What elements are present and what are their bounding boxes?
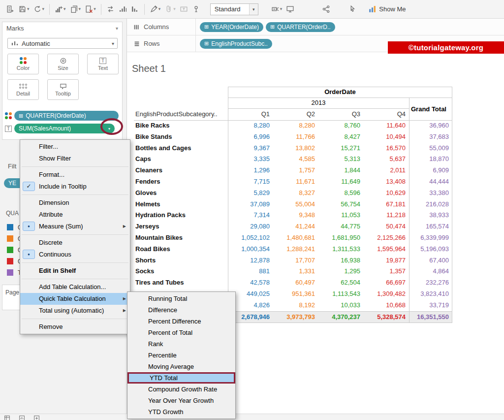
row-label[interactable]: Jerseys <box>134 221 228 232</box>
cell-value[interactable]: 19,877 <box>364 255 409 266</box>
share-button[interactable] <box>320 3 332 16</box>
menu-item[interactable]: Dimension <box>20 197 130 209</box>
quarter-header[interactable]: Q3 <box>318 108 364 120</box>
menu-item[interactable]: ●Continuous <box>20 249 130 260</box>
row-total-value[interactable]: 4,864 <box>409 266 452 277</box>
row-label[interactable]: Mountain Bikes <box>134 232 228 244</box>
cell-value[interactable]: 44,775 <box>318 221 364 232</box>
cell-value[interactable]: 12,878 <box>228 255 273 266</box>
row-total-value[interactable]: 165,574 <box>409 221 452 232</box>
worksheet-tab-icon[interactable] <box>19 415 25 420</box>
cell-value[interactable]: 11,766 <box>273 131 318 143</box>
row-total-value[interactable]: 216,028 <box>409 199 452 210</box>
row-total-value[interactable]: 33,380 <box>409 188 452 199</box>
submenu-item[interactable]: Percent of Total <box>127 327 235 338</box>
submenu-item[interactable]: YTD Total <box>127 372 235 384</box>
menu-item[interactable]: Quick Table Calculation▶ <box>20 293 130 305</box>
menu-item[interactable]: Show Filter <box>20 153 130 164</box>
row-label[interactable]: Fenders <box>134 176 228 188</box>
menu-item[interactable]: ●Measure (Sum)▶ <box>20 221 130 232</box>
quarter-header[interactable]: Q2 <box>273 108 318 120</box>
text-encoding-button[interactable]: TText <box>87 54 119 74</box>
cell-value[interactable]: 5,829 <box>228 188 273 199</box>
chevron-down-icon[interactable]: ▾ <box>116 26 118 31</box>
quarter-header[interactable]: Q4 <box>364 108 409 120</box>
row-label[interactable]: Caps <box>134 154 228 165</box>
swap-rows-columns-button[interactable] <box>105 3 116 16</box>
cell-value[interactable]: 50,474 <box>364 221 409 232</box>
row-label[interactable]: Bike Racks <box>134 120 228 131</box>
menu-item[interactable]: Add Table Calculation... <box>20 281 130 293</box>
cell-value[interactable]: 8,327 <box>273 188 318 199</box>
sort-descending-button[interactable] <box>129 3 141 16</box>
cell-value[interactable]: 4,585 <box>273 154 318 165</box>
cell-value[interactable]: 10,629 <box>364 188 409 199</box>
cell-value[interactable]: 13,408 <box>364 176 409 188</box>
grand-total-value[interactable]: 16,351,550 <box>409 311 452 323</box>
cell-value[interactable]: 2,125,266 <box>364 232 409 244</box>
cell-value[interactable]: 9,348 <box>273 210 318 221</box>
cell-value[interactable]: 8,760 <box>318 120 364 131</box>
cell-value[interactable]: 42,578 <box>228 277 273 289</box>
clear-sheet-button[interactable]: ▾ <box>83 3 97 16</box>
cell-value[interactable]: 1,296 <box>228 165 273 176</box>
cell-value[interactable]: 1,595,964 <box>364 244 409 255</box>
cell-value[interactable]: 10,668 <box>364 300 409 311</box>
annotation-button[interactable]: ▾ <box>163 3 177 16</box>
cell-value[interactable]: 13,802 <box>273 143 318 154</box>
marks-pill[interactable]: ⊞QUARTER(OrderDate) <box>14 111 119 121</box>
cell-value[interactable]: 8,280 <box>228 120 273 131</box>
cell-value[interactable]: 8,280 <box>273 120 318 131</box>
cell-value[interactable]: 1,288,241 <box>273 244 318 255</box>
menu-item[interactable]: ✓Include in Tooltip <box>20 181 130 193</box>
cell-value[interactable]: 1,000,354 <box>228 244 273 255</box>
row-label[interactable]: Helmets <box>134 199 228 210</box>
cell-value[interactable]: 11,640 <box>364 120 409 131</box>
menu-item[interactable]: Discrete <box>20 237 130 249</box>
detail-encoding-button[interactable]: Detail <box>7 79 39 100</box>
cell-value[interactable]: 881 <box>228 266 273 277</box>
cell-value[interactable]: 55,004 <box>273 199 318 210</box>
row-total-value[interactable]: 18,870 <box>409 154 452 165</box>
grand-total-value[interactable]: 5,328,574 <box>364 311 409 323</box>
cell-value[interactable]: 15,271 <box>318 143 364 154</box>
menu-item[interactable]: Total using (Automatic)▶ <box>20 305 130 317</box>
cell-value[interactable]: 66,697 <box>364 277 409 289</box>
row-total-value[interactable]: 55,009 <box>409 143 452 154</box>
shelf-pill[interactable]: ⊞EnglishProductSubc.. <box>200 39 272 49</box>
row-total-value[interactable]: 6,909 <box>409 165 452 176</box>
cell-value[interactable]: 1,844 <box>318 165 364 176</box>
size-encoding-button[interactable]: Size <box>47 54 79 74</box>
submenu-item[interactable]: Compound Growth Rate <box>127 384 235 395</box>
cell-value[interactable]: 29,080 <box>228 221 273 232</box>
cell-value[interactable]: 56,754 <box>318 199 364 210</box>
cell-value[interactable]: 11,218 <box>364 210 409 221</box>
cell-value[interactable]: 1,757 <box>273 165 318 176</box>
cell-value[interactable]: 2,011 <box>364 165 409 176</box>
cell-value[interactable]: 6,996 <box>228 131 273 143</box>
cell-value[interactable]: 1,295 <box>318 266 364 277</box>
cell-value[interactable]: 1,309,482 <box>364 289 409 300</box>
cell-value[interactable]: 1,331 <box>273 266 318 277</box>
cell-value[interactable]: 1,357 <box>364 266 409 277</box>
cell-value[interactable]: 8,596 <box>318 188 364 199</box>
auto-updates-button[interactable]: ▾ <box>32 3 46 16</box>
cell-value[interactable]: 67,181 <box>364 199 409 210</box>
row-label[interactable]: Tires and Tubes <box>134 277 228 289</box>
row-label[interactable]: Hydration Packs <box>134 210 228 221</box>
submenu-item[interactable]: Difference <box>127 304 235 316</box>
highlight-button[interactable]: ▾ <box>148 3 162 16</box>
mark-type-dropdown[interactable]: Automatic ▾ <box>7 38 118 49</box>
cell-value[interactable]: 1,480,681 <box>273 232 318 244</box>
fit-mode-select[interactable]: Standard▾ <box>210 3 258 15</box>
row-label[interactable]: Bike Stands <box>134 131 228 143</box>
columns-shelf[interactable]: Columns ⊞YEAR(OrderDate)⊞QUARTER(OrderD.… <box>127 19 504 35</box>
row-label[interactable]: Cleaners <box>134 165 228 176</box>
menu-item[interactable]: Filter... <box>20 141 130 153</box>
new-worksheet-button[interactable]: ▾ <box>53 3 67 16</box>
cell-value[interactable]: 11,671 <box>273 176 318 188</box>
show-tooltips-button[interactable] <box>347 3 359 16</box>
submenu-item[interactable]: Rank <box>127 338 235 350</box>
submenu-item[interactable]: Percent Difference <box>127 316 235 327</box>
cell-value[interactable]: 41,244 <box>273 221 318 232</box>
